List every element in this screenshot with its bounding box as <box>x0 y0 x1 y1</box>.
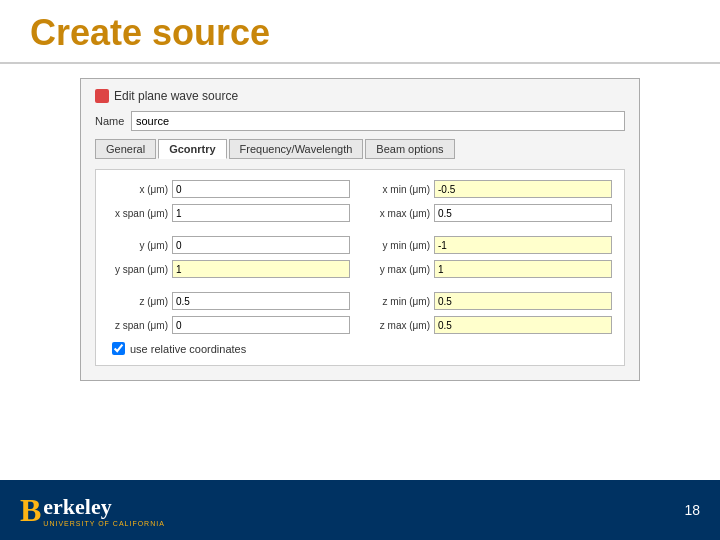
x-section: x (μm) x min (μm) x span (μm) x max (μm) <box>108 180 612 222</box>
x-max-row: x max (μm) <box>370 204 612 222</box>
z-section: z (μm) z min (μm) z span (μm) z max (μm) <box>108 292 612 334</box>
y-label: y (μm) <box>108 240 168 251</box>
page-number: 18 <box>684 502 700 518</box>
page-header: Create source <box>0 0 720 64</box>
z-label: z (μm) <box>108 296 168 307</box>
z-span-input[interactable] <box>172 316 350 334</box>
z-input[interactable] <box>172 292 350 310</box>
z-max-label: z max (μm) <box>370 320 430 331</box>
x-min-label: x min (μm) <box>370 184 430 195</box>
berkeley-logo: B erkeley UNIVERSITY OF CALIFORNIA <box>20 492 165 529</box>
berkeley-text: erkeley UNIVERSITY OF CALIFORNIA <box>43 494 165 527</box>
x-span-label: x span (μm) <box>108 208 168 219</box>
relative-coords-checkbox[interactable] <box>112 342 125 355</box>
y-max-input[interactable] <box>434 260 612 278</box>
x-max-input[interactable] <box>434 204 612 222</box>
y-span-input[interactable] <box>172 260 350 278</box>
tab-geometry[interactable]: Gconrtry <box>158 139 226 159</box>
x-min-row: x min (μm) <box>370 180 612 198</box>
berkeley-name: erkeley <box>43 494 165 520</box>
y-max-row: y max (μm) <box>370 260 612 278</box>
y-span-row: y span (μm) <box>108 260 350 278</box>
tab-beam[interactable]: Beam options <box>365 139 454 159</box>
dialog-title: Edit plane wave source <box>95 89 625 103</box>
form-area: x (μm) x min (μm) x span (μm) x max (μm) <box>95 169 625 366</box>
x-max-label: x max (μm) <box>370 208 430 219</box>
dialog-title-text: Edit plane wave source <box>114 89 238 103</box>
checkbox-label: use relative coordinates <box>130 343 246 355</box>
z-max-row: z max (μm) <box>370 316 612 334</box>
y-min-label: y min (μm) <box>370 240 430 251</box>
y-section: y (μm) y min (μm) y span (μm) y max (μm) <box>108 236 612 278</box>
name-input[interactable] <box>131 111 625 131</box>
z-min-label: z min (μm) <box>370 296 430 307</box>
x-span-input[interactable] <box>172 204 350 222</box>
y-max-label: y max (μm) <box>370 264 430 275</box>
footer: B erkeley UNIVERSITY OF CALIFORNIA 18 <box>0 480 720 540</box>
main-content: Edit plane wave source Name General Gcon… <box>0 64 720 395</box>
y-row: y (μm) <box>108 236 350 254</box>
name-label: Name <box>95 115 125 127</box>
z-max-input[interactable] <box>434 316 612 334</box>
z-min-input[interactable] <box>434 292 612 310</box>
name-row: Name <box>95 111 625 131</box>
page-title: Create source <box>30 12 690 54</box>
y-min-input[interactable] <box>434 236 612 254</box>
z-span-label: z span (μm) <box>108 320 168 331</box>
x-label: x (μm) <box>108 184 168 195</box>
z-min-row: z min (μm) <box>370 292 612 310</box>
z-span-row: z span (μm) <box>108 316 350 334</box>
y-span-label: y span (μm) <box>108 264 168 275</box>
y-input[interactable] <box>172 236 350 254</box>
x-input[interactable] <box>172 180 350 198</box>
x-min-input[interactable] <box>434 180 612 198</box>
z-row: z (μm) <box>108 292 350 310</box>
dialog-box: Edit plane wave source Name General Gcon… <box>80 78 640 381</box>
tab-general[interactable]: General <box>95 139 156 159</box>
logo-b-letter: B <box>20 492 41 529</box>
berkeley-subtitle: UNIVERSITY OF CALIFORNIA <box>43 520 165 527</box>
checkbox-row: use relative coordinates <box>108 342 612 355</box>
tab-frequency[interactable]: Frequency/Wavelength <box>229 139 364 159</box>
y-min-row: y min (μm) <box>370 236 612 254</box>
tabs-row: General Gconrtry Frequency/Wavelength Be… <box>95 139 625 159</box>
x-span-row: x span (μm) <box>108 204 350 222</box>
dialog-icon <box>95 89 109 103</box>
x-row: x (μm) <box>108 180 350 198</box>
